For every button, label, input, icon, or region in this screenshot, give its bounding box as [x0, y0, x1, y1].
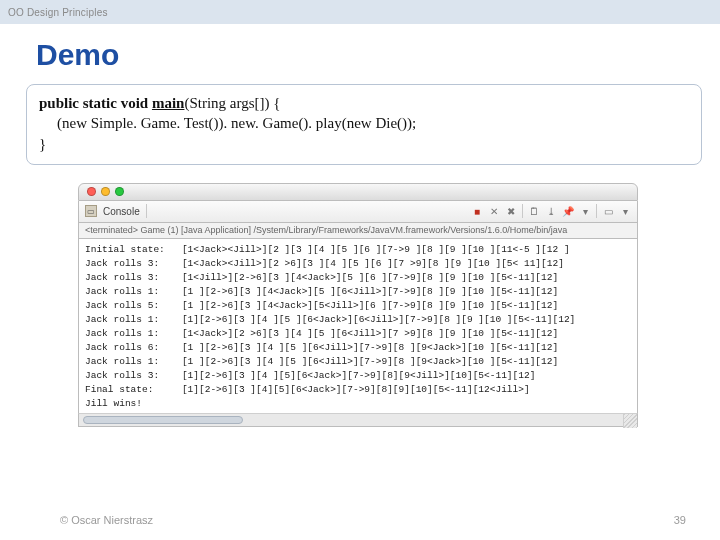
clear-console-icon[interactable]: 🗒 — [528, 205, 540, 217]
code-sample: public static void main(String args[]) {… — [26, 84, 702, 165]
remove-all-icon[interactable]: ✖ — [505, 205, 517, 217]
remove-launch-icon[interactable]: ✕ — [488, 205, 500, 217]
close-icon[interactable] — [87, 187, 96, 196]
toolbar-separator — [146, 204, 147, 218]
scrollbar-thumb[interactable] — [83, 416, 243, 424]
open-console-icon[interactable]: ▭ — [602, 205, 614, 217]
horizontal-scrollbar[interactable] — [78, 413, 638, 427]
resize-grip-icon[interactable] — [623, 414, 637, 428]
code-body: (new Simple. Game. Test()). new. Game().… — [39, 113, 689, 133]
header-bar: OO Design Principles — [0, 0, 720, 24]
code-keywords: public static void — [39, 95, 152, 111]
toolbar-separator — [522, 204, 523, 218]
pin-console-icon[interactable]: 📌 — [562, 205, 574, 217]
console-tab-icon[interactable]: ▭ — [85, 205, 97, 217]
breadcrumb: OO Design Principles — [8, 7, 108, 18]
console-tab-label[interactable]: Console — [103, 206, 140, 217]
console-window: ▭ Console ■ ✕ ✖ 🗒 ⤓ 📌 ▾ ▭ ▾ <terminated>… — [78, 183, 638, 428]
console-status-line: <terminated> Game (1) [Java Application]… — [78, 223, 638, 239]
code-signature: (String args[]) { — [184, 95, 280, 111]
zoom-icon[interactable] — [115, 187, 124, 196]
minimize-view-icon[interactable]: ▾ — [619, 205, 631, 217]
page-number: 39 — [674, 514, 686, 526]
console-output[interactable]: Initial state: [1<Jack><Jill>][2 ][3 ][4… — [79, 239, 623, 414]
console-toolbar: ▭ Console ■ ✕ ✖ 🗒 ⤓ 📌 ▾ ▭ ▾ — [78, 201, 638, 223]
code-main-ident: main — [152, 95, 185, 111]
code-close: } — [39, 134, 689, 154]
toolbar-separator — [596, 204, 597, 218]
display-selected-icon[interactable]: ▾ — [579, 205, 591, 217]
slide-title: Demo — [36, 38, 720, 72]
minimize-icon[interactable] — [101, 187, 110, 196]
slide-footer: © Oscar Nierstrasz 39 — [60, 514, 686, 526]
console-output-area: Initial state: [1<Jack><Jill>][2 ][3 ][4… — [78, 239, 638, 414]
console-status-text: <terminated> Game (1) [Java Application]… — [85, 225, 567, 235]
terminate-icon[interactable]: ■ — [471, 205, 483, 217]
scroll-lock-icon[interactable]: ⤓ — [545, 205, 557, 217]
copyright: © Oscar Nierstrasz — [60, 514, 153, 526]
window-titlebar[interactable] — [78, 183, 638, 201]
